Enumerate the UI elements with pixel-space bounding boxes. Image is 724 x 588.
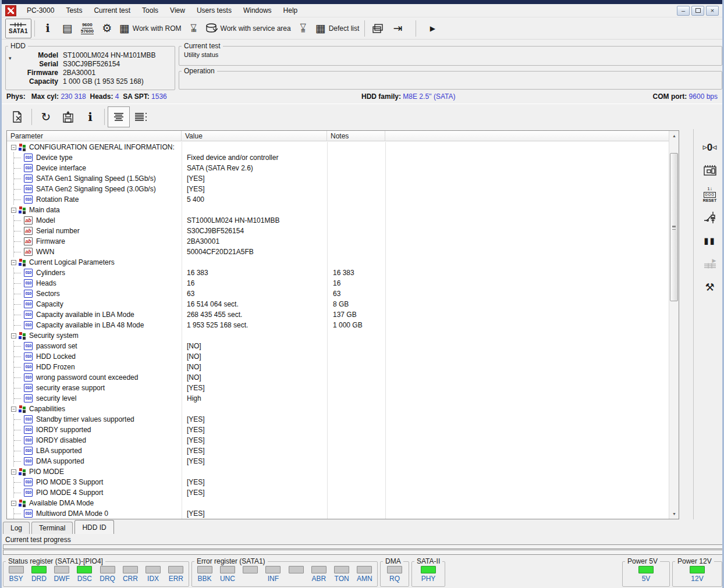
sata2-group: SATA-II PHY [411,557,445,587]
hdd-selector-dropdown[interactable]: ▾ [7,55,13,62]
expand-icon[interactable]: − [11,260,16,265]
power-switch-button[interactable] [697,207,723,228]
table-row[interactable]: abSerial numberS30CJ9BF526154 [7,226,669,236]
scroll-up-button[interactable]: ▲ [669,131,679,141]
chip-card-button[interactable] [697,161,723,181]
menu-item-current-test[interactable]: Current test [88,5,136,16]
expand-icon[interactable]: − [11,501,16,506]
service-area-cylinder-icon [206,23,218,34]
defect-list-button[interactable]: ▦ Defect list [313,19,362,38]
tab-log[interactable]: Log [3,522,30,534]
settings-button[interactable]: ⚙ [97,19,117,38]
led-label: INF [268,575,279,583]
menu-item-tests[interactable]: Tests [60,5,88,16]
expand-icon[interactable]: − [11,407,16,412]
table-row[interactable]: abModelST1000LM024 HN-M101MBB [7,215,669,226]
parameter-value: 16 [182,279,327,287]
table-row[interactable]: 010DMA supported[YES] [7,456,669,466]
menu-item-tools[interactable]: Tools [136,5,164,16]
graph-button[interactable]: ▽ııılıı [184,19,204,38]
utility-status-button[interactable]: ℹ [38,19,58,38]
table-row[interactable]: 010Cylinders16 38316 383 [7,268,669,278]
table-row[interactable]: 010Heads1616 [7,278,669,288]
close-document-button[interactable] [6,106,29,127]
table-row[interactable]: 010security levelHigh [7,393,669,404]
table-row[interactable]: 010HDD Frozen[NO] [7,362,669,372]
table-row[interactable]: −CONFIGURATION GENERAL INFORMATION: [7,142,669,152]
minimize-button[interactable]: – [677,6,690,16]
tab-hdd-id[interactable]: HDD ID [74,520,113,534]
passport-info-button[interactable]: ℹ [79,106,101,127]
restore-button[interactable] [691,6,704,16]
table-row[interactable]: 010security erase support[YES] [7,383,669,393]
expand-icon[interactable]: − [11,145,16,150]
scroll-down-button[interactable]: ▼ [669,509,679,519]
save-button[interactable] [57,106,79,127]
table-row[interactable]: 010IORDY supported[YES] [7,425,669,435]
scrollbar-thumb[interactable] [670,153,678,301]
resources-button[interactable]: ▤ [58,19,77,38]
menu-item-windows[interactable]: Windows [237,5,278,16]
table-row[interactable]: 010Device interfaceSATA (SATA Rev 2.6) [7,163,669,173]
table-row[interactable]: −Main data [7,205,669,215]
expand-icon[interactable]: − [11,469,16,475]
table-row[interactable]: 010SATA Gen2 Signaling Speed (3.0Gb/s)[Y… [7,184,669,194]
table-row[interactable]: 010Rotation Rate5 400 [7,194,669,205]
table-row[interactable]: 010SATA Gen1 Signaling Speed (1.5Gb/s)[Y… [7,173,669,184]
table-row[interactable]: 010PIO MODE 4 Support[YES] [7,487,669,498]
work-with-rom-button[interactable]: ▦ Work with ROM [117,19,184,38]
recalibrate-zero-button[interactable]: ▷0◁ [697,137,723,158]
expand-icon[interactable]: − [11,208,16,213]
table-row[interactable]: abFirmware2BA30001 [7,236,669,247]
more-tools-button[interactable]: ▶ [423,19,442,38]
table-row[interactable]: −Available DMA Mode [7,498,669,508]
table-row[interactable]: 010Capacity16 514 064 sect.8 GB [7,299,669,309]
table-row[interactable]: 010IORDY disabled[YES] [7,435,669,446]
table-row[interactable]: −PIO MODE [7,466,669,477]
heads-map-button[interactable]: ▽≡ [293,19,313,38]
menu-item-help[interactable]: Help [278,5,304,16]
menu-item-users-tests[interactable]: Users tests [191,5,237,16]
close-button[interactable]: × [706,6,719,16]
table-row[interactable]: 010HDD Locked[NO] [7,351,669,362]
menu-item-view[interactable]: View [164,5,191,16]
sata-port-button[interactable]: SATA1 [5,19,31,38]
table-row[interactable]: 010Sectors6363 [7,288,669,299]
tools-button[interactable]: ⚒ [697,277,723,298]
table-row[interactable]: abWWN50004CF20D21A5FB [7,247,669,257]
column-header-notes[interactable]: Notes [327,131,385,141]
table-row[interactable]: 010Device typeFixed device and/or contro… [7,152,669,163]
expand-icon[interactable]: − [11,333,16,338]
table-row[interactable]: −Security system [7,330,669,341]
binary-param-icon: 010 [24,154,33,162]
binary-param-icon: 010 [24,436,33,444]
column-header-value[interactable]: Value [182,131,327,141]
table-row[interactable]: 010Standby timer values supported[YES] [7,414,669,425]
table-row[interactable]: 010LBA supported[YES] [7,446,669,456]
refresh-button[interactable]: ↻ [35,106,57,127]
cascade-windows-button[interactable] [368,19,388,38]
table-row[interactable]: −Capabilities [7,404,669,414]
work-with-service-area-button[interactable]: Work with service area [204,19,293,38]
view-brief-button[interactable] [108,106,130,127]
parameter-name: WWN [36,248,54,256]
table-row[interactable]: 010Multiword DMA Mode 0[YES] [7,508,669,519]
table-row[interactable]: 010Capacity available in LBA 48 Mode1 95… [7,320,669,330]
menu-item-pc-3000[interactable]: PC-3000 [21,5,60,16]
pause-button[interactable]: ▮▮ [697,230,723,251]
exit-button[interactable]: ⇥ [388,19,407,38]
table-row[interactable]: −Current Logical Parameters [7,257,669,268]
view-full-button[interactable] [130,106,152,127]
tab-terminal[interactable]: Terminal [31,522,73,534]
vertical-scrollbar[interactable]: ▲ ▼ [669,131,679,519]
baud-rate-button[interactable]: 960057600 [77,19,97,38]
column-header-parameter[interactable]: Parameter [7,131,182,141]
table-row[interactable]: 010wrong password count exceeded[NO] [7,372,669,383]
table-row[interactable]: 010PIO MODE 3 Support[YES] [7,477,669,487]
table-row[interactable]: 010Capacity available in LBA Mode268 435… [7,309,669,320]
app-logo-icon[interactable] [5,5,16,16]
led-label: DWF [54,575,69,583]
reset-button[interactable]: 1↓ 000 RESET [697,184,723,205]
table-row[interactable]: 010password set[NO] [7,341,669,351]
tree-connector [13,487,24,498]
